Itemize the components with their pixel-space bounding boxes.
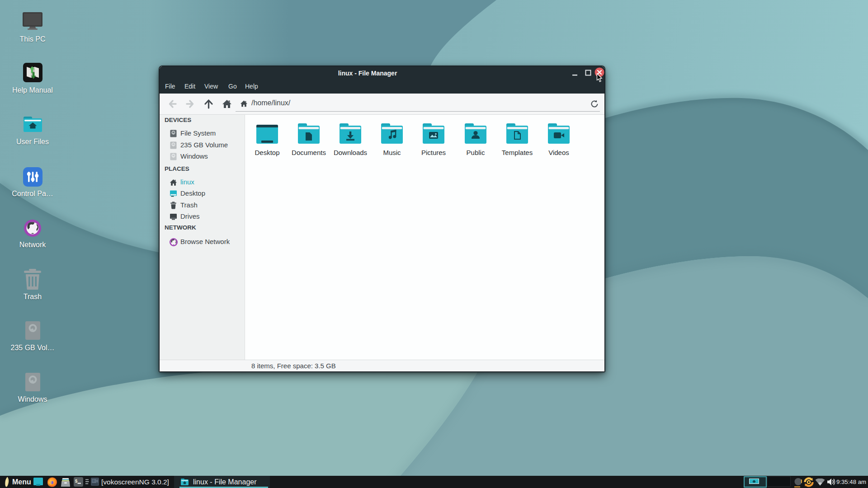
svg-text:$: $ xyxy=(75,479,78,484)
